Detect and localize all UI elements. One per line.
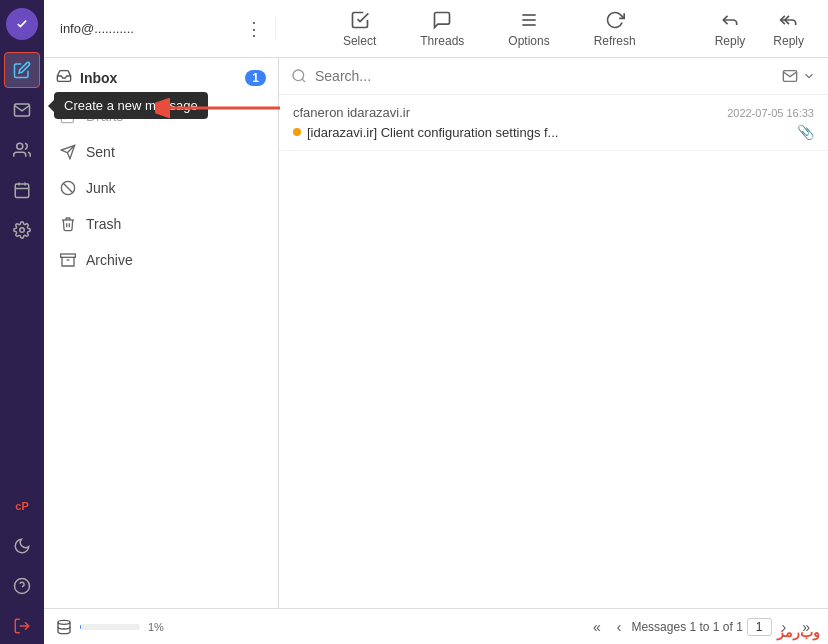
svg-point-22 bbox=[58, 620, 70, 624]
search-input[interactable] bbox=[315, 68, 774, 84]
page-number: 1 bbox=[747, 618, 772, 636]
message-count: Messages 1 to 1 of 1 bbox=[631, 620, 742, 634]
reply-all-label: Reply bbox=[773, 34, 804, 48]
unread-dot bbox=[293, 128, 301, 136]
message-item-top: cfaneron idarazavi.ir 2022-07-05 16:33 bbox=[293, 105, 814, 120]
nav-junk-label: Junk bbox=[86, 180, 116, 196]
svg-point-1 bbox=[17, 143, 23, 149]
account-section: info@........... ⋮ bbox=[56, 18, 276, 40]
inbox-label: Inbox bbox=[80, 70, 237, 86]
nav-archive-label: Archive bbox=[86, 252, 133, 268]
svg-line-16 bbox=[63, 183, 72, 192]
nav-junk[interactable]: Junk bbox=[44, 170, 278, 206]
nav-trash[interactable]: Trash bbox=[44, 206, 278, 242]
sidebar-settings-icon[interactable] bbox=[4, 212, 40, 248]
svg-point-20 bbox=[293, 70, 304, 81]
threads-button[interactable]: Threads bbox=[408, 4, 476, 54]
nav-sent[interactable]: Sent bbox=[44, 134, 278, 170]
app-logo bbox=[6, 8, 38, 40]
select-label: Select bbox=[343, 34, 376, 48]
search-icon bbox=[291, 68, 307, 84]
message-date: 2022-07-05 16:33 bbox=[727, 107, 814, 119]
inbox-badge: 1 bbox=[245, 70, 266, 86]
mail-panel: Inbox 1 Drafts Sent Junk Trash bbox=[44, 58, 279, 608]
filter-mail-icon[interactable] bbox=[782, 68, 798, 84]
reply-button[interactable]: Reply bbox=[703, 4, 758, 54]
sidebar-cpanel-icon[interactable]: cP bbox=[4, 488, 40, 524]
toolbar-right: Reply Reply bbox=[703, 4, 816, 54]
reply-all-button[interactable]: Reply bbox=[761, 4, 816, 54]
sidebar: cP bbox=[0, 0, 44, 644]
sidebar-contacts-icon[interactable] bbox=[4, 132, 40, 168]
storage-percent: 1% bbox=[148, 621, 164, 633]
first-page-button[interactable]: « bbox=[587, 617, 607, 637]
sidebar-calendar-icon[interactable] bbox=[4, 172, 40, 208]
account-menu-icon[interactable]: ⋮ bbox=[245, 18, 263, 40]
nav-archive[interactable]: Archive bbox=[44, 242, 278, 278]
inbox-icon bbox=[56, 68, 72, 88]
sidebar-help-icon[interactable] bbox=[4, 568, 40, 604]
storage-fill bbox=[80, 624, 81, 630]
nav-trash-label: Trash bbox=[86, 216, 121, 232]
message-subject-row: [idarazavi.ir] Client configuration sett… bbox=[293, 124, 814, 140]
message-panel: cfaneron idarazavi.ir 2022-07-05 16:33 [… bbox=[279, 58, 828, 608]
storage-bar bbox=[80, 624, 140, 630]
cpanel-label: cP bbox=[15, 500, 28, 512]
message-item[interactable]: cfaneron idarazavi.ir 2022-07-05 16:33 [… bbox=[279, 95, 828, 151]
options-button[interactable]: Options bbox=[496, 4, 561, 54]
storage-icon bbox=[56, 619, 72, 635]
message-subject: [idarazavi.ir] Client configuration sett… bbox=[307, 125, 791, 140]
chevron-down-icon[interactable] bbox=[802, 69, 816, 83]
search-icons bbox=[782, 68, 816, 84]
statusbar: 1% « ‹ Messages 1 to 1 of 1 1 › » bbox=[44, 608, 828, 644]
nav-sent-label: Sent bbox=[86, 144, 115, 160]
refresh-label: Refresh bbox=[594, 34, 636, 48]
compose-tooltip: Create a new message bbox=[54, 92, 208, 119]
prev-page-button[interactable]: ‹ bbox=[611, 617, 628, 637]
reply-label: Reply bbox=[715, 34, 746, 48]
sidebar-logout-icon[interactable] bbox=[4, 608, 40, 644]
svg-rect-17 bbox=[61, 254, 76, 257]
svg-rect-2 bbox=[15, 184, 29, 198]
watermark: وب‌رمز bbox=[777, 624, 820, 640]
toolbar-actions: Select Threads Options Refresh bbox=[276, 4, 703, 54]
attachment-icon: 📎 bbox=[797, 124, 814, 140]
options-label: Options bbox=[508, 34, 549, 48]
select-button[interactable]: Select bbox=[331, 4, 388, 54]
sidebar-mail-icon[interactable] bbox=[4, 92, 40, 128]
account-email: info@........... bbox=[60, 21, 134, 36]
message-sender: cfaneron idarazavi.ir bbox=[293, 105, 410, 120]
refresh-button[interactable]: Refresh bbox=[582, 4, 648, 54]
sidebar-darkmode-icon[interactable] bbox=[4, 528, 40, 564]
svg-line-21 bbox=[302, 79, 305, 82]
search-bar bbox=[279, 58, 828, 95]
threads-label: Threads bbox=[420, 34, 464, 48]
toolbar: info@........... ⋮ Select Threads Option… bbox=[44, 0, 828, 58]
sidebar-compose-icon[interactable] bbox=[4, 52, 40, 88]
tooltip-text: Create a new message bbox=[64, 98, 198, 113]
storage-section: 1% bbox=[56, 619, 164, 635]
svg-point-6 bbox=[20, 228, 25, 233]
